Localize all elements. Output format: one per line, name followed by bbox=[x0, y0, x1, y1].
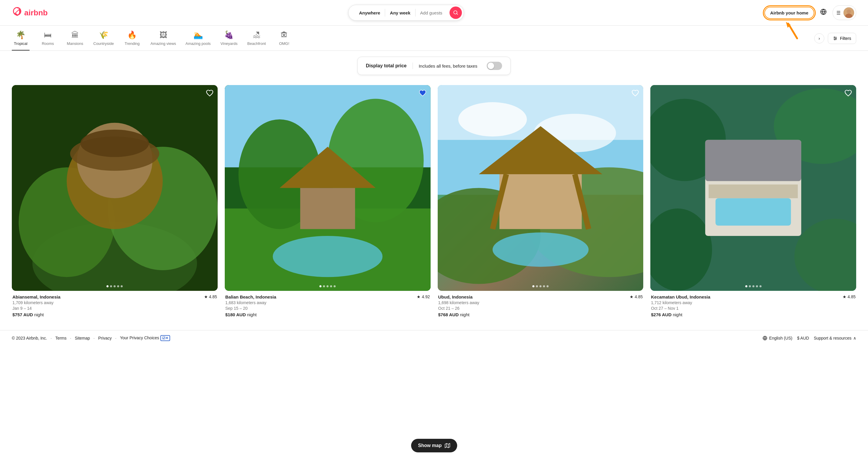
price-toggle-sublabel: Includes all fees, before taxes bbox=[419, 63, 477, 68]
listing-location-3: Ubud, Indonesia bbox=[438, 294, 473, 299]
wishlist-button-1[interactable] bbox=[206, 89, 214, 99]
amazing-views-icon: 🖼 bbox=[159, 30, 167, 39]
listing-row1-4: Kecamatan Ubud, Indonesia ★ 4.85 bbox=[651, 294, 856, 299]
category-rooms[interactable]: 🛏 Rooms bbox=[39, 30, 57, 51]
listing-distance-1: 1,709 kilometers away bbox=[12, 300, 217, 305]
listing-rating-2: ★ 4.92 bbox=[417, 294, 430, 299]
trending-label: Trending bbox=[125, 41, 140, 46]
logo[interactable]: airbnb bbox=[12, 6, 48, 20]
svg-rect-45 bbox=[716, 198, 791, 226]
airbnb-home-button[interactable]: Airbnb your home bbox=[764, 7, 814, 19]
footer-privacy-choices[interactable]: Your Privacy Choices ☑✕ bbox=[120, 335, 170, 341]
category-countryside[interactable]: 🌾 Countryside bbox=[93, 30, 114, 51]
trending-icon: 🔥 bbox=[127, 30, 137, 39]
img-dots-1 bbox=[106, 285, 123, 287]
price-toggle-switch[interactable] bbox=[487, 62, 502, 70]
nav-arrow-right[interactable]: › bbox=[814, 33, 824, 43]
category-tropical[interactable]: 🌴 Tropical bbox=[12, 30, 30, 51]
category-beachfront[interactable]: 🏖 Beachfront bbox=[247, 30, 266, 51]
listing-rating-3: ★ 4.85 bbox=[630, 294, 643, 299]
rooms-label: Rooms bbox=[42, 41, 54, 46]
svg-point-10 bbox=[834, 39, 835, 40]
tropical-label: Tropical bbox=[14, 41, 28, 46]
listing-img-wrap-3 bbox=[438, 85, 644, 291]
footer-language-label: English (US) bbox=[769, 336, 793, 341]
listing-location-1: Abiansemal, Indonesia bbox=[12, 294, 61, 299]
omg-icon: 🏚 bbox=[280, 30, 288, 39]
img-dots-3 bbox=[532, 285, 549, 287]
category-nav-right: › Filters bbox=[814, 33, 856, 48]
footer-currency[interactable]: $ AUD bbox=[797, 336, 809, 341]
listing-dates-1: Jan 9 – 14 bbox=[12, 306, 217, 311]
listing-price-2: $180 AUD night bbox=[225, 312, 430, 317]
listings-grid: Abiansemal, Indonesia ★ 4.85 1,709 kilom… bbox=[0, 78, 868, 330]
listing-info-4: Kecamatan Ubud, Indonesia ★ 4.85 1,712 k… bbox=[650, 291, 856, 318]
category-trending[interactable]: 🔥 Trending bbox=[123, 30, 141, 51]
listing-distance-3: 1,698 kilometers away bbox=[438, 300, 643, 305]
listing-location-2: Balian Beach, Indonesia bbox=[225, 294, 276, 299]
wishlist-button-2[interactable] bbox=[419, 89, 427, 99]
category-amazing-pools[interactable]: 🏊 Amazing pools bbox=[185, 30, 211, 51]
listing-img-wrap-1 bbox=[12, 85, 218, 291]
listing-info-2: Balian Beach, Indonesia ★ 4.92 1,683 kil… bbox=[225, 291, 431, 318]
wishlist-button-4[interactable] bbox=[844, 89, 852, 99]
profile-menu[interactable]: ☰ bbox=[833, 5, 856, 20]
footer-sitemap[interactable]: Sitemap bbox=[75, 336, 90, 341]
listing-info-1: Abiansemal, Indonesia ★ 4.85 1,709 kilom… bbox=[12, 291, 218, 318]
countryside-icon: 🌾 bbox=[99, 30, 108, 39]
search-button[interactable] bbox=[450, 6, 462, 19]
listing-dates-2: Sep 15 – 20 bbox=[225, 306, 430, 311]
listing-card-2[interactable]: Balian Beach, Indonesia ★ 4.92 1,683 kil… bbox=[225, 85, 431, 318]
search-bar[interactable]: Anywhere Any week Add guests bbox=[348, 5, 464, 21]
amazing-views-label: Amazing views bbox=[150, 41, 176, 46]
privacy-choice-badge: ☑✕ bbox=[160, 335, 170, 341]
price-toggle-divider bbox=[412, 63, 413, 69]
header: airbnb Anywhere Any week Add guests Airb… bbox=[0, 0, 868, 26]
listing-dates-3: Oct 21 – 26 bbox=[438, 306, 643, 311]
footer-language[interactable]: English (US) bbox=[763, 336, 793, 341]
filters-button[interactable]: Filters bbox=[828, 33, 856, 44]
price-toggle-inner: Display total price Includes all fees, b… bbox=[358, 57, 510, 75]
mansions-label: Mansions bbox=[67, 41, 83, 46]
wishlist-button-3[interactable] bbox=[631, 89, 639, 99]
category-vineyards[interactable]: 🍇 Vineyards bbox=[220, 30, 238, 51]
footer-support-label: Support & resources bbox=[814, 336, 851, 341]
beachfront-icon: 🏖 bbox=[253, 30, 260, 39]
hamburger-icon: ☰ bbox=[836, 10, 840, 15]
rooms-icon: 🛏 bbox=[44, 30, 52, 39]
globe-button[interactable] bbox=[818, 6, 829, 19]
amazing-pools-icon: 🏊 bbox=[193, 30, 203, 39]
star-icon-3: ★ bbox=[630, 294, 633, 299]
listing-img-wrap-2 bbox=[225, 85, 431, 291]
listing-card-1[interactable]: Abiansemal, Indonesia ★ 4.85 1,709 kilom… bbox=[12, 85, 218, 318]
star-icon-1: ★ bbox=[204, 294, 208, 299]
toggle-knob bbox=[488, 63, 494, 69]
search-anywhere[interactable]: Anywhere bbox=[354, 10, 385, 15]
category-amazing-views[interactable]: 🖼 Amazing views bbox=[150, 30, 176, 51]
chevron-up-icon: ∧ bbox=[853, 336, 856, 341]
filters-label: Filters bbox=[840, 36, 851, 41]
category-mansions[interactable]: 🏛 Mansions bbox=[66, 30, 84, 51]
mansions-icon: 🏛 bbox=[71, 30, 79, 39]
category-omg[interactable]: 🏚 OMG! bbox=[275, 30, 293, 51]
svg-rect-46 bbox=[709, 185, 798, 198]
svg-rect-24 bbox=[300, 188, 355, 229]
listing-row1-1: Abiansemal, Indonesia ★ 4.85 bbox=[12, 294, 217, 299]
footer-left: © 2023 Airbnb, Inc. · Terms · Sitemap · … bbox=[12, 335, 170, 341]
omg-label: OMG! bbox=[279, 41, 289, 46]
svg-rect-44 bbox=[705, 140, 801, 181]
airbnb-logo-icon bbox=[12, 6, 23, 20]
listing-distance-4: 1,712 kilometers away bbox=[651, 300, 856, 305]
listing-card-3[interactable]: Ubud, Indonesia ★ 4.85 1,698 kilometers … bbox=[438, 85, 644, 318]
footer-privacy[interactable]: Privacy bbox=[98, 336, 112, 341]
search-any-week[interactable]: Any week bbox=[385, 10, 415, 15]
svg-point-18 bbox=[80, 130, 149, 157]
amazing-pools-label: Amazing pools bbox=[185, 41, 211, 46]
listing-card-4[interactable]: Kecamatan Ubud, Indonesia ★ 4.85 1,712 k… bbox=[650, 85, 856, 318]
beachfront-label: Beachfront bbox=[247, 41, 266, 46]
avatar bbox=[843, 7, 854, 18]
listing-distance-2: 1,683 kilometers away bbox=[225, 300, 430, 305]
search-add-guests[interactable]: Add guests bbox=[415, 10, 447, 15]
footer-support[interactable]: Support & resources ∧ bbox=[814, 336, 856, 341]
footer-terms[interactable]: Terms bbox=[55, 336, 66, 341]
